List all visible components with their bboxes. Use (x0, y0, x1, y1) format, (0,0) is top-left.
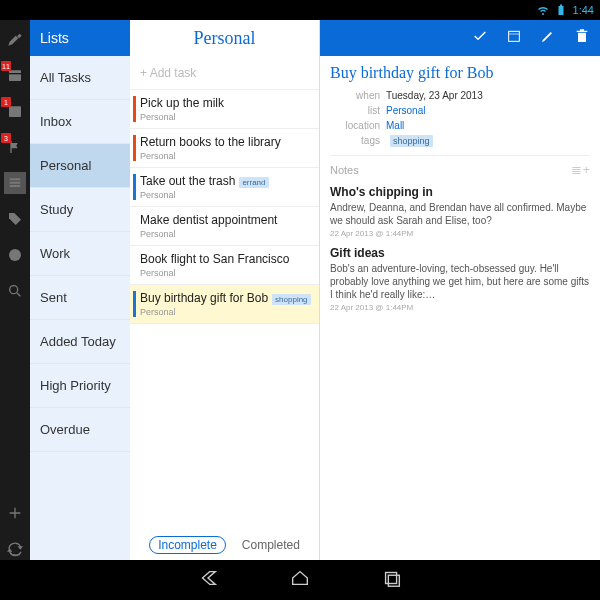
search-icon[interactable] (4, 280, 26, 302)
task-list-panel: Personal + Add task Pick up the milkPers… (130, 20, 320, 560)
detail-panel: Buy birthday gift for Bob whenTuesday, 2… (320, 20, 600, 560)
lists-panel: Lists All Tasks Inbox Personal Study Wor… (30, 20, 130, 560)
detail-meta: whenTuesday, 23 Apr 2013 listPersonal lo… (330, 90, 590, 147)
notes-label: Notes (330, 164, 359, 176)
svg-point-2 (9, 249, 21, 261)
complete-icon[interactable] (472, 28, 488, 48)
task-item[interactable]: Return books to the libraryPersonal (130, 129, 319, 168)
calendar-icon[interactable]: 11 (4, 64, 26, 86)
postpone-icon[interactable] (506, 28, 522, 48)
tool-rail: 11 1 3 (0, 20, 30, 560)
list-item-sent[interactable]: Sent (30, 276, 130, 320)
detail-toolbar (320, 20, 600, 56)
task-item[interactable]: Pick up the milkPersonal (130, 90, 319, 129)
svg-rect-0 (9, 70, 21, 81)
battery-icon (555, 4, 567, 16)
list-item-personal[interactable]: Personal (30, 144, 130, 188)
add-icon[interactable] (4, 502, 26, 524)
svg-rect-1 (9, 106, 21, 117)
filter-bar: Incomplete Completed (130, 530, 319, 560)
list-item-study[interactable]: Study (30, 188, 130, 232)
tags-icon[interactable] (4, 208, 26, 230)
inbox-icon[interactable]: 1 (4, 100, 26, 122)
list-item-overdue[interactable]: Overdue (30, 408, 130, 452)
delete-icon[interactable] (574, 28, 590, 48)
list-item-added-today[interactable]: Added Today (30, 320, 130, 364)
task-item[interactable]: Make dentist appointmentPersonal (130, 207, 319, 246)
detail-title: Buy birthday gift for Bob (330, 64, 590, 82)
svg-rect-6 (388, 575, 399, 586)
clock: 1:44 (573, 4, 594, 16)
back-button[interactable] (197, 567, 219, 593)
lists-icon[interactable] (4, 172, 26, 194)
sync-icon[interactable] (4, 538, 26, 560)
task-list: Pick up the milkPersonal Return books to… (130, 90, 319, 530)
globe-icon[interactable] (4, 244, 26, 266)
edit-icon[interactable] (540, 28, 556, 48)
app-root: 11 1 3 Lists All Tasks Inbox Personal St… (0, 20, 600, 560)
filter-completed[interactable]: Completed (242, 538, 300, 552)
task-list-title: Personal (130, 20, 319, 56)
recents-button[interactable] (381, 567, 403, 593)
svg-rect-5 (386, 573, 397, 584)
home-button[interactable] (289, 567, 311, 593)
list-item-work[interactable]: Work (30, 232, 130, 276)
list-item-inbox[interactable]: Inbox (30, 100, 130, 144)
task-item[interactable]: Take out the trasherrandPersonal (130, 168, 319, 207)
svg-rect-4 (509, 31, 520, 41)
android-nav-bar (0, 560, 600, 600)
list-item-high-priority[interactable]: High Priority (30, 364, 130, 408)
filter-incomplete[interactable]: Incomplete (149, 536, 226, 554)
note-item[interactable]: Gift ideas Bob's an adventure-loving, te… (330, 246, 590, 312)
list-item-all[interactable]: All Tasks (30, 56, 130, 100)
settings-icon[interactable] (4, 28, 26, 50)
add-note-icon[interactable]: ≣+ (571, 162, 590, 177)
add-task-input[interactable]: + Add task (130, 56, 319, 90)
note-item[interactable]: Who's chipping in Andrew, Deanna, and Br… (330, 185, 590, 238)
task-item[interactable]: Book flight to San FranciscoPersonal (130, 246, 319, 285)
flag-icon[interactable]: 3 (4, 136, 26, 158)
lists-header: Lists (30, 20, 130, 56)
task-item-selected[interactable]: Buy birthday gift for BobshoppingPersona… (130, 285, 319, 324)
android-status-bar: 1:44 (0, 0, 600, 20)
wifi-icon (537, 4, 549, 16)
svg-point-3 (10, 286, 18, 294)
